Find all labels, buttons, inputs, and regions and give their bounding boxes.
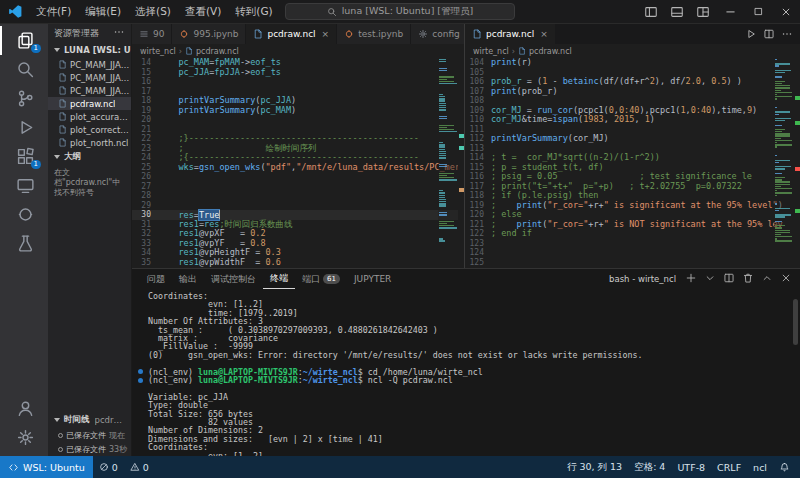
panel-tab-4[interactable]: 端口61 xyxy=(295,269,347,289)
terminal-name[interactable]: bash - wirte_ncl xyxy=(609,274,676,284)
breadcrumb[interactable]: wirte_ncl›pcdraw.ncl xyxy=(132,44,464,58)
panel-tab-2[interactable]: 调试控制台 xyxy=(204,269,263,289)
code-line[interactable]: 35 res1@vpWidthF = 0.6 xyxy=(132,258,464,268)
status-errors[interactable]: 0 xyxy=(93,462,124,473)
close-button[interactable] xyxy=(772,0,800,23)
code-line[interactable]: 16 xyxy=(132,77,464,87)
editor-tab-1[interactable]: 995.ipynb xyxy=(172,24,246,44)
panel-tab-3[interactable]: 终端 xyxy=(263,269,295,289)
split-terminal-button[interactable] xyxy=(723,272,735,286)
menu-bar: 文件(F)编辑(E)选择(S)查看(V)转到(G)··· xyxy=(29,5,304,19)
code-line[interactable]: 25 wks=gsn_open_wks("pdf","/mnt/e/luna_d… xyxy=(132,163,464,173)
status-item[interactable]: UTF-8 xyxy=(671,462,711,473)
panel-tab-5[interactable]: JUPYTER xyxy=(347,269,398,289)
breadcrumb-item[interactable]: pcdraw.ncl xyxy=(529,47,572,56)
editor-actions[interactable] xyxy=(738,24,800,44)
editor-tab-2[interactable]: pcdraw.ncl× xyxy=(246,24,337,44)
breadcrumb[interactable]: wirte_ncl›pcdraw.ncl xyxy=(465,44,800,58)
explorer-file[interactable]: PC_MAM_JJA_scatter_.. xyxy=(48,58,131,71)
maximize-button[interactable] xyxy=(744,0,772,23)
command-decoration[interactable] xyxy=(138,378,143,383)
activity-settings-gear[interactable] xyxy=(0,423,48,452)
customize-layout-button[interactable] xyxy=(690,0,716,23)
code-line[interactable]: 110cor_MJ&time=ispan(1983, 2015, 1) xyxy=(465,115,800,125)
code-line[interactable]: 15 pc_JJA=fpJJA->eof_ts xyxy=(132,68,464,78)
code-line[interactable]: 19 printVarSummary(pc_MAM) xyxy=(132,106,464,116)
terminal-dropdown-button[interactable] xyxy=(704,272,716,286)
close-icon[interactable]: × xyxy=(322,29,330,39)
code-line[interactable]: 124 xyxy=(465,248,800,258)
activity-remote-explorer[interactable] xyxy=(0,171,48,200)
explorer-file[interactable]: plot_correct_Chinama.. xyxy=(48,123,131,136)
new-terminal-button[interactable] xyxy=(685,272,697,286)
toggle-sidebar-button[interactable] xyxy=(638,0,664,23)
outline-section-header[interactable]: 大纲 xyxy=(48,149,131,165)
minimap[interactable] xyxy=(774,58,794,268)
code-editor[interactable]: 14 pc_MAM=fpMAM->eof_ts15 pc_JJA=fpJJA->… xyxy=(132,58,464,268)
code-line[interactable]: 29 xyxy=(132,201,464,211)
explorer-file[interactable]: PC_MAM_JJA_scatter_.. xyxy=(48,71,131,84)
activity-run-debug[interactable] xyxy=(0,113,48,142)
command-decoration[interactable] xyxy=(138,369,143,374)
toggle-panel-button[interactable] xyxy=(664,0,690,23)
code-line[interactable]: 20 xyxy=(132,115,464,125)
timeline-entry[interactable]: 已保存文件33秒 xyxy=(48,442,131,456)
activity-account[interactable] xyxy=(0,394,48,423)
workspace-section-header[interactable]: LUNA [WSL: UBUNTU] xyxy=(48,42,131,58)
menu-item[interactable]: 文件(F) xyxy=(29,5,78,19)
activity-search[interactable] xyxy=(0,55,48,84)
menu-item[interactable]: 编辑(E) xyxy=(78,5,128,19)
timeline-entry[interactable]: 已保存文件现在 xyxy=(48,428,131,442)
code-editor[interactable]: 104print(r)105106prob_r = (1 - betainc(d… xyxy=(465,58,800,268)
activity-test-flask[interactable] xyxy=(0,229,48,258)
terminal[interactable]: Coordinates: evn: [1..2] time: [1979..20… xyxy=(132,289,800,456)
menu-item[interactable]: 转到(G) xyxy=(228,5,279,19)
minimap[interactable] xyxy=(438,58,458,268)
command-center[interactable]: luna [WSL: Ubuntu] [管理员] xyxy=(285,3,515,20)
code-line[interactable]: 27 xyxy=(132,182,464,192)
menu-item[interactable]: 选择(S) xyxy=(128,5,178,19)
activity-explorer[interactable]: 1 xyxy=(0,26,48,55)
breadcrumb-item[interactable]: pcdraw.ncl xyxy=(196,47,239,56)
code-line[interactable]: 26 xyxy=(132,172,464,182)
panel-tab-0[interactable]: 问题 xyxy=(140,269,172,289)
activity-extensions[interactable]: 1 xyxy=(0,142,48,171)
code-line[interactable]: 107print(prob_r) xyxy=(465,87,800,97)
menu-item[interactable]: 查看(V) xyxy=(178,5,228,19)
code-line[interactable]: 104print(r) xyxy=(465,58,800,68)
activity-jupyter[interactable] xyxy=(0,200,48,229)
status-item[interactable]: ncl xyxy=(747,462,773,473)
explorer-file[interactable]: pcdraw.ncl xyxy=(48,97,131,110)
status-item[interactable]: 行 30, 列 13 xyxy=(561,461,628,474)
code-line[interactable]: 125 xyxy=(465,258,800,268)
close-icon[interactable]: × xyxy=(540,29,548,39)
panel-tab-1[interactable]: 输出 xyxy=(172,269,204,289)
code-line[interactable]: 112printVarSummary(cor_MJ) xyxy=(465,134,800,144)
maximize-panel-button[interactable] xyxy=(761,272,773,286)
code-line[interactable]: 123 xyxy=(465,239,800,249)
code-line[interactable]: 28 xyxy=(132,191,464,201)
editor-tab-3[interactable]: test.ipynb xyxy=(337,24,411,44)
overview-ruler[interactable] xyxy=(794,58,800,268)
explorer-file[interactable]: PC_MAM_JJA_scatter_.. xyxy=(48,84,131,97)
editor-tab-0[interactable]: pcdraw.ncl× xyxy=(465,24,556,44)
minimize-button[interactable] xyxy=(716,0,744,23)
breadcrumb-item[interactable]: wirte_ncl xyxy=(140,47,176,56)
timeline-section-header[interactable]: 时间线 pcdraw.ncl xyxy=(48,412,131,428)
status-item[interactable]: CRLF xyxy=(711,462,747,473)
more-actions-icon[interactable] xyxy=(113,26,125,40)
editor-tab-0[interactable]: 90 xyxy=(132,24,172,44)
editor-tab-4[interactable]: config xyxy=(411,24,464,44)
notifications-bell[interactable] xyxy=(773,462,796,473)
activity-source-control[interactable] xyxy=(0,84,48,113)
code-line[interactable]: 122; end if xyxy=(465,229,800,239)
kill-terminal-button[interactable] xyxy=(742,272,754,286)
close-panel-button[interactable] xyxy=(780,272,792,286)
scrollbar-thumb[interactable] xyxy=(793,299,798,345)
status-warnings[interactable]: 0 xyxy=(124,462,155,473)
status-item[interactable]: 空格: 4 xyxy=(628,461,671,474)
remote-indicator[interactable]: WSL: Ubuntu xyxy=(0,456,93,478)
breadcrumb-item[interactable]: wirte_ncl xyxy=(473,47,509,56)
explorer-file[interactable]: plot_accurate_Beijing_.. xyxy=(48,110,131,123)
explorer-file[interactable]: plot_north.ncl xyxy=(48,136,131,149)
